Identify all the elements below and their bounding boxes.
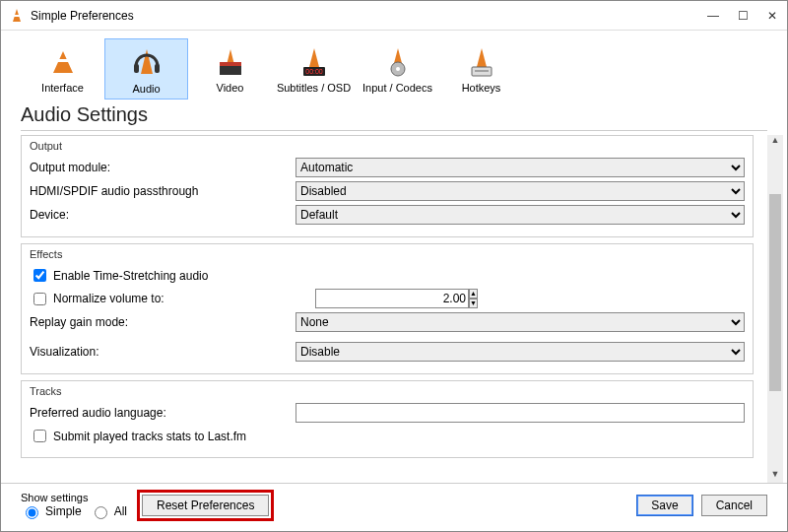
group-legend: Effects (30, 248, 745, 260)
spin-down-icon[interactable]: ▼ (469, 299, 478, 308)
tab-input-codecs[interactable]: Input / Codecs (356, 38, 439, 100)
tab-interface[interactable]: Interface (21, 38, 104, 100)
tab-label: Subtitles / OSD (274, 82, 354, 94)
tab-label: Input / Codecs (358, 82, 437, 94)
group-legend: Tracks (30, 385, 745, 397)
preferred-lang-input[interactable] (296, 403, 745, 423)
svg-marker-8 (309, 48, 319, 67)
maximize-button[interactable]: ☐ (736, 9, 750, 23)
keyboard-icon (441, 42, 521, 82)
device-select[interactable]: Default (296, 205, 745, 225)
tab-hotkeys[interactable]: Hotkeys (439, 38, 523, 100)
tab-video[interactable]: Video (188, 38, 272, 100)
vertical-scrollbar[interactable]: ▲ ▼ (767, 135, 783, 483)
titlebar: Simple Preferences — ☐ ✕ (1, 1, 787, 31)
tab-label: Hotkeys (441, 82, 521, 94)
svg-rect-1 (13, 15, 21, 17)
effects-group: Effects Enable Time-Stretching audio Nor… (21, 243, 754, 374)
svg-marker-14 (477, 48, 487, 67)
category-tabs: Interface Audio Video 00:00 Subtitles / … (1, 31, 787, 100)
window-title: Simple Preferences (31, 9, 706, 23)
radio-simple[interactable] (26, 506, 38, 519)
svg-rect-7 (220, 62, 241, 66)
normalize-value[interactable] (315, 289, 469, 308)
tab-label: Audio (107, 83, 185, 95)
scroll-thumb[interactable] (769, 194, 781, 391)
separator (21, 130, 767, 131)
save-button[interactable]: Save (636, 495, 692, 516)
show-settings-label: Show settings (21, 492, 127, 503)
vlc-icon (9, 8, 25, 24)
reset-preferences-button[interactable]: Reset Preferences (142, 495, 269, 516)
cancel-button[interactable]: Cancel (701, 495, 767, 516)
close-button[interactable]: ✕ (765, 9, 779, 23)
output-group: Output Output module: Automatic HDMI/SPD… (21, 135, 754, 237)
visualization-label: Visualization: (30, 345, 296, 359)
headphones-icon (107, 43, 185, 83)
normalize-checkbox[interactable] (33, 293, 46, 305)
replay-gain-label: Replay gain mode: (30, 315, 296, 329)
passthrough-label: HDMI/SPDIF audio passthrough (30, 184, 296, 198)
settings-panel: Output Output module: Automatic HDMI/SPD… (1, 135, 765, 483)
normalize-label: Normalize volume to: (53, 292, 164, 305)
svg-marker-2 (141, 49, 153, 74)
reset-highlight: Reset Preferences (137, 490, 274, 521)
group-legend: Output (30, 140, 745, 152)
spin-up-icon[interactable]: ▲ (469, 289, 478, 299)
svg-rect-3 (134, 64, 139, 73)
lastfm-checkbox[interactable] (33, 430, 46, 442)
visualization-select[interactable]: Disable (296, 342, 745, 362)
tab-audio[interactable]: Audio (104, 38, 188, 100)
tab-label: Interface (23, 82, 102, 94)
time-stretch-checkbox[interactable] (33, 269, 46, 282)
footer: Show settings Simple All Reset Preferenc… (1, 483, 787, 531)
output-module-label: Output module: (30, 161, 296, 174)
scroll-down-icon[interactable]: ▼ (767, 469, 783, 483)
svg-rect-4 (155, 64, 160, 73)
output-module-select[interactable]: Automatic (296, 158, 745, 177)
tracks-group: Tracks Preferred audio language: Submit … (21, 380, 754, 458)
svg-text:00:00: 00:00 (305, 68, 323, 75)
passthrough-select[interactable]: Disabled (296, 181, 745, 201)
normalize-spinbox[interactable]: ▲▼ (315, 289, 453, 308)
scroll-up-icon[interactable]: ▲ (767, 135, 783, 149)
preferred-lang-label: Preferred audio language: (30, 406, 296, 420)
minimize-button[interactable]: — (706, 9, 720, 23)
preferences-window: Simple Preferences — ☐ ✕ Interface Audio… (0, 0, 788, 532)
svg-rect-6 (220, 65, 241, 75)
page-title: Audio Settings (1, 100, 787, 128)
cone-icon (23, 42, 102, 82)
tab-label: Video (190, 82, 270, 94)
device-label: Device: (30, 208, 296, 222)
subtitles-icon: 00:00 (274, 42, 354, 82)
time-stretch-label: Enable Time-Stretching audio (53, 269, 208, 283)
tab-subtitles[interactable]: 00:00 Subtitles / OSD (272, 38, 356, 100)
clapperboard-icon (190, 42, 270, 82)
replay-gain-select[interactable]: None (296, 312, 745, 332)
radio-all[interactable] (95, 506, 107, 519)
lastfm-label: Submit played tracks stats to Last.fm (53, 430, 246, 443)
svg-point-13 (396, 67, 400, 71)
disc-icon (358, 42, 437, 82)
